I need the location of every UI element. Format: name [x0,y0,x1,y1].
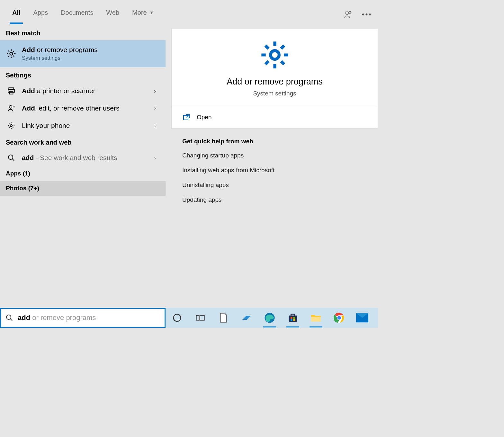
svg-rect-20 [293,319,295,321]
chevron-right-icon: › [154,122,160,129]
divider [172,128,378,129]
edge-icon[interactable] [263,311,277,325]
svg-point-0 [346,12,348,14]
preview-title: Add or remove programs [178,77,371,87]
mail-icon[interactable] [355,311,369,325]
printer-icon [6,87,17,95]
taskbar [166,308,378,328]
svg-rect-13 [196,316,199,320]
svg-point-8 [8,155,13,159]
more-options-icon[interactable]: ••• [362,10,372,19]
svg-rect-5 [10,92,13,94]
gear-icon [259,39,291,71]
tab-apps[interactable]: Apps [33,1,49,24]
svg-rect-21 [311,317,321,322]
chrome-icon[interactable] [332,311,346,325]
svg-point-7 [10,125,13,127]
svg-point-9 [270,51,279,59]
task-view-icon[interactable] [193,311,207,325]
cortana-icon[interactable] [170,311,184,325]
best-match-result[interactable]: Add or remove programs System settings [0,40,166,67]
tab-more-label: More [132,9,147,16]
search-text: add or remove programs [18,314,96,322]
settings-section-label: Settings [0,67,166,82]
tab-web[interactable]: Web [105,1,120,24]
settings-result-users[interactable]: Add, edit, or remove other users › [0,100,166,117]
preview-panel: Add or remove programs System settings O… [166,25,378,308]
svg-point-6 [9,105,12,108]
settings-result-printer[interactable]: Add a printer or scanner › [0,82,166,100]
workweb-section-label: Search work and web [0,134,166,149]
search-icon [6,154,17,162]
explorer-icon[interactable] [309,311,323,325]
libreoffice-icon[interactable] [216,311,230,325]
settings-result-title: Link your phone [22,122,149,129]
svg-rect-17 [291,317,292,319]
best-match-label: Best match [0,25,166,40]
gear-icon [6,121,17,130]
user-plus-icon [6,104,17,112]
svg-point-12 [174,314,181,322]
svg-point-1 [349,11,351,13]
svg-point-11 [6,315,11,319]
category-apps[interactable]: Apps (1) [0,166,166,181]
help-link[interactable]: Uninstalling apps [182,182,367,189]
chevron-right-icon: › [154,105,160,112]
app-icon[interactable] [239,311,254,325]
store-icon[interactable] [286,311,300,325]
search-icon [5,314,13,322]
workweb-result-title: add - See work and web results [22,154,149,162]
svg-rect-18 [293,317,295,319]
open-action[interactable]: Open [172,106,378,128]
help-link[interactable]: Updating apps [182,196,367,203]
preview-subtitle: System settings [178,90,371,97]
help-title: Get quick help from web [182,138,367,145]
chevron-down-icon: ▼ [149,10,154,15]
search-input[interactable]: add or remove programs [0,308,166,328]
tab-more[interactable]: More ▼ [131,1,154,24]
gear-icon [6,47,17,60]
svg-rect-16 [289,316,297,322]
results-panel: Best match Add or remove programs System… [0,25,166,308]
help-link[interactable]: Installing web apps from Microsoft [182,167,367,174]
tab-documents[interactable]: Documents [60,1,94,24]
help-link[interactable]: Changing startup apps [182,152,367,159]
feedback-icon[interactable] [344,10,352,19]
workweb-result[interactable]: add - See work and web results › [0,149,166,166]
svg-rect-14 [200,316,204,320]
tab-all[interactable]: All [12,1,21,24]
best-match-subtitle: System settings [22,55,160,61]
chevron-right-icon: › [154,88,160,94]
open-label: Open [197,114,212,121]
settings-result-title: Add a printer or scanner [22,87,149,95]
settings-result-title: Add, edit, or remove other users [22,104,149,112]
chevron-right-icon: › [154,155,160,161]
category-photos[interactable]: Photos (7+) [0,181,166,196]
svg-rect-19 [291,319,292,321]
open-icon [183,113,190,121]
search-filter-tabs: All Apps Documents Web More ▼ ••• [0,0,378,25]
best-match-title: Add or remove programs [22,46,160,54]
settings-result-phone[interactable]: Link your phone › [0,117,166,134]
svg-point-2 [10,52,13,55]
